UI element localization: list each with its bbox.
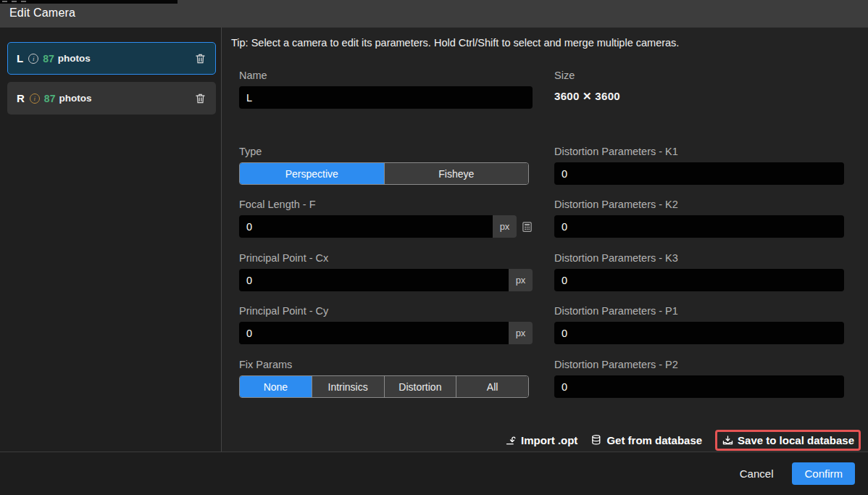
focal-length-unit: px bbox=[493, 215, 517, 238]
fix-params-field: Fix Params None Intrinsics Distortion Al… bbox=[239, 359, 529, 398]
camera-name: R bbox=[17, 92, 25, 104]
fix-params-option-all[interactable]: All bbox=[456, 376, 528, 397]
focal-length-input[interactable]: 0 bbox=[239, 215, 493, 238]
distortion-k1-input[interactable]: 0 bbox=[554, 162, 844, 185]
principal-point-cx-unit: px bbox=[509, 269, 533, 291]
fix-params-option-distortion[interactable]: Distortion bbox=[384, 376, 456, 397]
distortion-k3-input[interactable]: 0 bbox=[554, 269, 844, 291]
name-input[interactable]: L bbox=[239, 86, 533, 109]
save-to-local-database-button[interactable]: Save to local database bbox=[722, 434, 854, 446]
tip-text: Tip: Select a camera to edit its paramet… bbox=[231, 37, 679, 49]
import-opt-button[interactable]: Import .opt bbox=[505, 434, 577, 446]
principal-point-cy-label: Principal Point - Cy bbox=[239, 305, 533, 317]
dialog-header: Edit Camera bbox=[0, 0, 868, 28]
photo-count: 87 bbox=[44, 93, 56, 104]
trash-icon bbox=[194, 52, 206, 65]
edit-camera-dialog: Edit Camera L i 87 photos R i 87 photos bbox=[0, 0, 868, 495]
calculator-button[interactable] bbox=[522, 221, 533, 233]
principal-point-cy-input[interactable]: 0 bbox=[239, 322, 509, 344]
distortion-k2-input[interactable]: 0 bbox=[554, 215, 844, 238]
principal-point-cx-label: Principal Point - Cx bbox=[239, 252, 533, 264]
camera-parameters-panel: Tip: Select a camera to edit its paramet… bbox=[222, 28, 868, 452]
dialog-footer: Cancel Confirm bbox=[0, 452, 868, 495]
type-segmented-control: Perspective Fisheye bbox=[239, 162, 529, 185]
name-field: Name L bbox=[239, 70, 533, 109]
distortion-k3-label: Distortion Parameters - K3 bbox=[554, 252, 844, 264]
type-field: Type Perspective Fisheye bbox=[239, 146, 529, 185]
distortion-k2-label: Distortion Parameters - K2 bbox=[554, 199, 844, 210]
type-option-perspective[interactable]: Perspective bbox=[240, 163, 384, 184]
dialog-title: Edit Camera bbox=[9, 7, 75, 20]
principal-point-cy-unit: px bbox=[509, 322, 533, 344]
distortion-p1-label: Distortion Parameters - P1 bbox=[554, 305, 844, 317]
cancel-button[interactable]: Cancel bbox=[740, 467, 774, 480]
photo-count: 87 bbox=[43, 53, 54, 65]
camera-name: L bbox=[17, 52, 23, 65]
distortion-p1-field: Distortion Parameters - P1 0 bbox=[554, 305, 844, 344]
name-label: Name bbox=[239, 70, 533, 81]
camera-list-item-R[interactable]: R i 87 photos bbox=[7, 82, 216, 115]
photo-count-unit: photos bbox=[58, 53, 91, 64]
info-icon: i bbox=[30, 93, 40, 104]
principal-point-cy-field: Principal Point - Cy 0 px bbox=[239, 305, 533, 344]
principal-point-cx-field: Principal Point - Cx 0 px bbox=[239, 252, 533, 291]
database-actions-row: Import .opt Get from database Save to lo… bbox=[505, 430, 861, 451]
distortion-p2-label: Distortion Parameters - P2 bbox=[554, 359, 844, 370]
confirm-button[interactable]: Confirm bbox=[792, 462, 855, 485]
camera-list-sidebar: L i 87 photos R i 87 photos bbox=[0, 28, 221, 452]
principal-point-cx-input[interactable]: 0 bbox=[239, 269, 509, 291]
get-from-database-button[interactable]: Get from database bbox=[591, 434, 702, 446]
annotation-highlight-box: Save to local database bbox=[715, 430, 861, 451]
fix-params-segmented-control: None Intrinsics Distortion All bbox=[239, 375, 529, 398]
distortion-p1-input[interactable]: 0 bbox=[554, 322, 844, 344]
distortion-k3-field: Distortion Parameters - K3 0 bbox=[554, 252, 844, 291]
save-icon bbox=[722, 435, 734, 446]
distortion-k2-field: Distortion Parameters - K2 0 bbox=[554, 199, 844, 238]
distortion-p2-input[interactable]: 0 bbox=[554, 375, 844, 398]
type-label: Type bbox=[239, 146, 529, 157]
trash-icon bbox=[194, 92, 206, 105]
distortion-k1-label: Distortion Parameters - K1 bbox=[554, 146, 844, 157]
info-icon: i bbox=[28, 54, 38, 64]
focal-length-field: Focal Length - F 0 px bbox=[239, 199, 533, 238]
fix-params-option-none[interactable]: None bbox=[240, 376, 312, 397]
delete-camera-button[interactable] bbox=[194, 92, 206, 105]
fix-params-option-intrinsics[interactable]: Intrinsics bbox=[312, 376, 384, 397]
focal-length-label: Focal Length - F bbox=[239, 199, 533, 210]
size-field: Size 3600 ✕ 3600 bbox=[554, 70, 844, 103]
clipped-background-strip bbox=[0, 0, 178, 4]
calculator-icon bbox=[522, 221, 533, 233]
size-label: Size bbox=[554, 70, 844, 81]
database-icon bbox=[591, 434, 603, 446]
size-value: 3600 ✕ 3600 bbox=[554, 90, 620, 102]
distortion-p2-field: Distortion Parameters - P2 0 bbox=[554, 359, 844, 398]
camera-list-item-L[interactable]: L i 87 photos bbox=[7, 42, 216, 75]
photo-count-unit: photos bbox=[59, 93, 91, 104]
fix-params-label: Fix Params bbox=[239, 359, 529, 370]
type-option-fisheye[interactable]: Fisheye bbox=[384, 163, 529, 184]
delete-camera-button[interactable] bbox=[194, 52, 206, 65]
distortion-k1-field: Distortion Parameters - K1 0 bbox=[554, 146, 844, 185]
import-icon bbox=[505, 435, 517, 446]
